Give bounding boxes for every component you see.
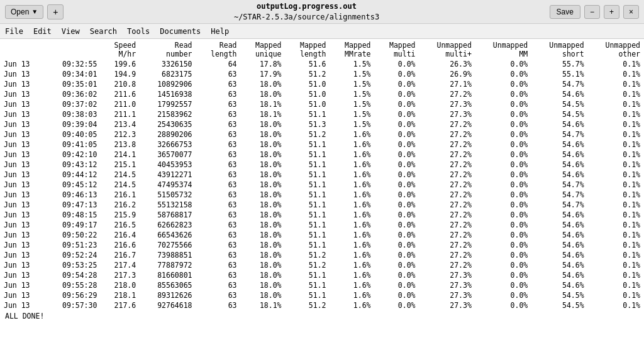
cell-value: 27.2% (419, 129, 475, 139)
table-row: Jun 1309:56:29218.1893126266318.0%51.11.… (0, 290, 644, 300)
cell-date: Jun 13 (0, 150, 45, 160)
menu-item-edit[interactable]: Edit (33, 27, 52, 36)
cell-value: 1.6% (330, 210, 375, 220)
cell-value: 0.1% (588, 160, 644, 170)
cell-value: 51.1 (286, 170, 330, 180)
cell-value: 0.0% (375, 160, 419, 170)
cell-value: 63 (196, 119, 241, 129)
cell-value: 18.0% (241, 240, 286, 250)
cell-value: 6823175 (140, 69, 196, 79)
menu-item-search[interactable]: Search (90, 27, 117, 36)
cell-value: 0.0% (475, 119, 531, 129)
cell-date: Jun 13 (0, 160, 45, 170)
cell-value: 216.1 (101, 190, 140, 200)
title-bar: Open ▼ + outputLog.progress.out ~/STAR-2… (0, 0, 644, 24)
cell-value: 54.6% (531, 89, 587, 99)
cell-value: 18.0% (241, 160, 286, 170)
content-area[interactable]: SpeedM/hr Readnumber Readlength Mappedun… (0, 39, 644, 350)
cell-value: 0.1% (588, 89, 644, 99)
cell-value: 51.0 (286, 89, 330, 99)
cell-value: 40453953 (140, 160, 196, 170)
cell-value: 27.2% (419, 170, 475, 180)
cell-value: 0.1% (588, 190, 644, 200)
minimize-button[interactable]: − (584, 5, 600, 19)
cell-value: 217.3 (101, 270, 140, 280)
cell-value: 0.0% (375, 59, 419, 69)
cell-value: 0.0% (375, 270, 419, 280)
cell-value: 54.7% (531, 200, 587, 210)
open-label: Open (11, 8, 29, 16)
cell-value: 54.6% (531, 170, 587, 180)
menu-item-file[interactable]: File (5, 27, 23, 36)
cell-value: 0.0% (475, 150, 531, 160)
cell-value: 54.6% (531, 160, 587, 170)
cell-value: 18.0% (241, 220, 286, 230)
cell-value: 0.1% (588, 270, 644, 280)
cell-value: 216.4 (101, 230, 140, 240)
cell-value: 18.0% (241, 89, 286, 99)
cell-value: 0.0% (475, 280, 531, 290)
cell-value: 215.9 (101, 210, 140, 220)
new-tab-button[interactable]: + (47, 4, 64, 19)
cell-value: 0.0% (475, 180, 531, 190)
cell-date: Jun 13 (0, 280, 45, 290)
cell-value: 18.0% (241, 139, 286, 150)
cell-value: 0.0% (375, 170, 419, 180)
menu-item-help[interactable]: Help (211, 27, 229, 36)
cell-value: 216.6 (101, 240, 140, 250)
cell-date: Jun 13 (0, 290, 45, 300)
cell-date: Jun 13 (0, 200, 45, 210)
cell-value: 1.5% (330, 89, 375, 99)
table-row: Jun 1309:57:30217.6927646186318.1%51.21.… (0, 300, 644, 310)
cell-value: 70275566 (140, 240, 196, 250)
cell-value: 0.0% (375, 230, 419, 240)
menu-item-documents[interactable]: Documents (160, 27, 201, 36)
cell-value: 51.1 (286, 210, 330, 220)
cell-value: 63 (196, 99, 241, 109)
cell-value: 0.1% (588, 180, 644, 190)
cell-date: Jun 13 (0, 230, 45, 240)
cell-date: Jun 13 (0, 250, 45, 260)
menu-item-view[interactable]: View (62, 27, 80, 36)
cell-value: 63 (196, 180, 241, 190)
cell-value: 51.1 (286, 180, 330, 190)
cell-value: 55.1% (531, 69, 587, 79)
table-row: Jun 1309:53:25217.4778879726318.0%51.21.… (0, 260, 644, 270)
cell-value: 85563065 (140, 280, 196, 290)
cell-value: 0.0% (375, 200, 419, 210)
cell-value: 0.0% (475, 290, 531, 300)
cell-value: 0.1% (588, 109, 644, 119)
table-row: Jun 1309:40:05212.3288902066318.0%51.21.… (0, 129, 644, 139)
save-button[interactable]: Save (550, 5, 580, 19)
close-button[interactable]: × (623, 5, 639, 19)
cell-value: 51.6 (286, 59, 330, 69)
cell-value: 0.0% (375, 180, 419, 190)
cell-value: 0.0% (475, 200, 531, 210)
cell-value: 51.1 (286, 290, 330, 300)
cell-value: 0.0% (475, 300, 531, 310)
cell-value: 0.0% (375, 150, 419, 160)
cell-value: 18.0% (241, 230, 286, 240)
cell-value: 27.3% (419, 290, 475, 300)
cell-value: 214.5 (101, 180, 140, 190)
cell-value: 0.0% (375, 99, 419, 109)
cell-value: 211.0 (101, 99, 140, 109)
cell-value: 27.3% (419, 109, 475, 119)
table-row: Jun 1309:46:13216.1515057326318.0%51.11.… (0, 190, 644, 200)
cell-value: 27.2% (419, 260, 475, 270)
table-row: Jun 1309:54:28217.3816608016318.0%51.11.… (0, 270, 644, 280)
menu-item-tools[interactable]: Tools (127, 27, 150, 36)
maximize-button[interactable]: + (604, 5, 619, 19)
cell-value: 218.0 (101, 280, 140, 290)
cell-value: 54.5% (531, 109, 587, 119)
cell-value: 51.1 (286, 109, 330, 119)
cell-value: 1.5% (330, 59, 375, 69)
cell-time: 09:37:02 (45, 99, 101, 109)
cell-value: 1.6% (330, 250, 375, 260)
cell-value: 0.0% (375, 89, 419, 99)
open-button[interactable]: Open ▼ (5, 5, 43, 19)
cell-value: 213.4 (101, 119, 140, 129)
cell-value: 51.1 (286, 160, 330, 170)
cell-time: 09:34:01 (45, 69, 101, 79)
cell-date: Jun 13 (0, 59, 45, 69)
